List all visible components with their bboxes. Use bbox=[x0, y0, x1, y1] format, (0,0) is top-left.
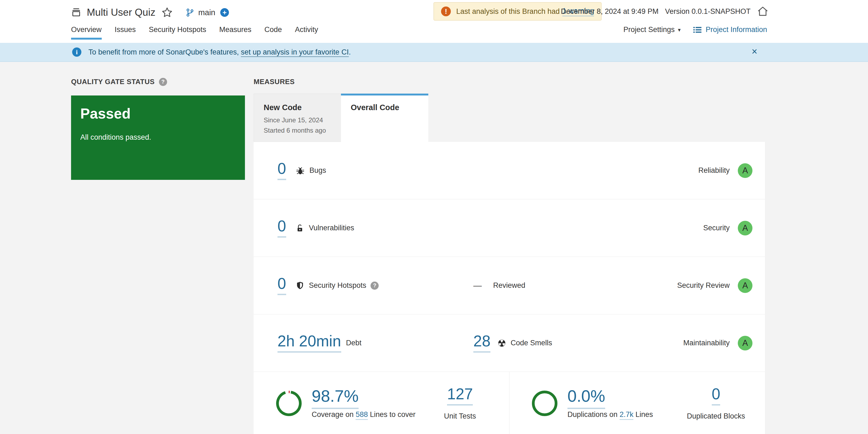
security-label: Security bbox=[703, 224, 730, 232]
tab-issues[interactable]: Issues bbox=[115, 26, 136, 38]
hotspots-count-link[interactable]: 0 bbox=[278, 276, 286, 295]
branch-icon bbox=[185, 8, 194, 17]
maintainability-group: Maintainability A bbox=[683, 336, 752, 350]
coverage-section: 98.7% Coverage on 588 Lines to cover 127… bbox=[254, 372, 509, 434]
security-review-rating-badge: A bbox=[738, 278, 752, 293]
tab-overall-code[interactable]: Overall Code bbox=[341, 94, 428, 142]
code-smells-count-link[interactable]: 28 bbox=[473, 333, 490, 352]
coverage-caption-before: Coverage on bbox=[312, 410, 354, 418]
reviewed-group: — Reviewed bbox=[473, 281, 525, 290]
unit-tests-count-link[interactable]: 127 bbox=[447, 386, 473, 405]
duplications-metric: 0.0% Duplications on 2.7k Lines bbox=[567, 388, 653, 419]
coverage-duplications-row: 98.7% Coverage on 588 Lines to cover 127… bbox=[254, 372, 765, 434]
reliability-label: Reliability bbox=[698, 166, 730, 175]
tab-code[interactable]: Code bbox=[265, 26, 282, 38]
duplicated-blocks-count-link[interactable]: 0 bbox=[712, 386, 720, 405]
duplications-percent-link[interactable]: 0.0% bbox=[567, 387, 605, 409]
unit-tests-metric: 127 Unit Tests bbox=[444, 386, 476, 421]
close-icon[interactable]: × bbox=[752, 46, 757, 56]
nav-right-actions: Project Settings ▾ Project Information bbox=[623, 26, 767, 34]
ci-setup-link[interactable]: set up analysis in your favorite CI bbox=[241, 48, 349, 57]
quality-gate-status: Passed bbox=[80, 105, 236, 122]
tab-activity[interactable]: Activity bbox=[295, 26, 318, 38]
duplications-caption-after: Lines bbox=[636, 410, 653, 418]
security-group: Security A bbox=[703, 221, 752, 236]
measures-panel: 0 Bugs Reliability A 0 bbox=[254, 142, 765, 434]
coverage-ring-icon bbox=[275, 389, 303, 417]
reliability-group: Reliability A bbox=[698, 163, 752, 178]
project-settings-dropdown[interactable]: Project Settings ▾ bbox=[623, 26, 681, 34]
bugs-label: Bugs bbox=[310, 166, 326, 175]
tab-new-code-label: New Code bbox=[264, 103, 341, 112]
security-hotspots-row: 0 Security Hotspots ? — Reviewed Securit… bbox=[254, 257, 765, 314]
duplicated-blocks-label: Duplicated Blocks bbox=[687, 412, 745, 421]
vulnerabilities-row: 0 Vulnerabilities Security A bbox=[254, 199, 765, 257]
coverage-metric: 98.7% Coverage on 588 Lines to cover bbox=[312, 388, 415, 419]
quality-gate-description: All conditions passed. bbox=[80, 133, 236, 142]
branch-selector[interactable]: main + bbox=[185, 8, 229, 17]
new-code-started: Started 6 months ago bbox=[264, 127, 341, 134]
ci-info-banner: i To benefit from more of SonarQube's fe… bbox=[0, 43, 868, 62]
code-smells-group: 28 Code Smells bbox=[473, 333, 552, 352]
project-settings-label: Project Settings bbox=[623, 26, 675, 34]
quality-gate-card: Passed All conditions passed. bbox=[71, 95, 245, 180]
ci-info-suffix: . bbox=[349, 48, 351, 56]
list-icon bbox=[693, 26, 702, 34]
reviewed-value: — bbox=[473, 281, 482, 290]
duplications-ring-icon bbox=[531, 389, 559, 417]
version-label: Version 0.0.1-SNAPSHOT bbox=[665, 7, 750, 16]
debt-link[interactable]: 2h 20min bbox=[278, 333, 341, 352]
duplicated-blocks-metric: 0 Duplicated Blocks bbox=[687, 386, 745, 421]
security-review-group: Security Review A bbox=[677, 278, 752, 293]
project-title-row: Multi User Quiz main + bbox=[71, 4, 229, 21]
measures-heading: MEASURES bbox=[254, 78, 294, 86]
project-icon bbox=[71, 7, 82, 18]
coverage-caption-after: Lines to cover bbox=[370, 410, 415, 418]
coverage-percent-link[interactable]: 98.7% bbox=[312, 387, 359, 409]
add-branch-button[interactable]: + bbox=[220, 8, 229, 17]
help-icon[interactable]: ? bbox=[159, 78, 167, 86]
lines-to-cover-link[interactable]: 588 bbox=[355, 410, 368, 420]
security-review-label: Security Review bbox=[677, 281, 730, 290]
chevron-down-icon: ▾ bbox=[678, 27, 681, 33]
maintainability-rating-badge: A bbox=[738, 336, 752, 350]
maintainability-row: 2h 20min Debt 28 Code Smells bbox=[254, 314, 765, 372]
tab-measures[interactable]: Measures bbox=[219, 26, 251, 38]
debt-label: Debt bbox=[346, 339, 362, 347]
reliability-rating-badge: A bbox=[738, 163, 752, 178]
branch-name: main bbox=[198, 8, 215, 17]
duplications-section: 0.0% Duplications on 2.7k Lines 0 Duplic… bbox=[509, 372, 765, 434]
duplications-caption-before: Duplications on bbox=[567, 410, 618, 418]
help-icon[interactable]: ? bbox=[371, 282, 379, 290]
lock-open-icon bbox=[296, 224, 304, 232]
overview-content: QUALITY GATE STATUS ? Passed All conditi… bbox=[0, 62, 868, 434]
shield-icon bbox=[296, 281, 304, 290]
project-information-button[interactable]: Project Information bbox=[693, 26, 767, 34]
quality-gate-heading-label: QUALITY GATE STATUS bbox=[71, 78, 155, 86]
bug-icon bbox=[296, 166, 305, 175]
analysis-date: December 8, 2024 at 9:49 PM bbox=[561, 7, 659, 16]
quality-gate-heading: QUALITY GATE STATUS ? bbox=[71, 78, 167, 86]
code-smells-icon bbox=[497, 339, 506, 347]
warning-text: Last analysis of this Branch had bbox=[456, 7, 560, 16]
favorite-star-icon[interactable] bbox=[161, 7, 173, 18]
ci-info-text: To benefit from more of SonarQube's feat… bbox=[88, 48, 351, 56]
analysis-meta: December 8, 2024 at 9:49 PM Version 0.0.… bbox=[561, 0, 769, 23]
project-information-label: Project Information bbox=[706, 26, 767, 34]
page-header: Multi User Quiz main + ! Last analysis o… bbox=[0, 0, 868, 43]
warning-icon: ! bbox=[441, 6, 451, 16]
project-nav: Overview Issues Security Hotspots Measur… bbox=[71, 26, 318, 40]
measures-heading-label: MEASURES bbox=[254, 78, 294, 86]
tab-security-hotspots[interactable]: Security Hotspots bbox=[149, 26, 207, 38]
unit-tests-label: Unit Tests bbox=[444, 412, 476, 421]
vulnerabilities-count-link[interactable]: 0 bbox=[278, 218, 286, 238]
tab-overview[interactable]: Overview bbox=[71, 26, 102, 40]
duplicated-lines-link[interactable]: 2.7k bbox=[620, 410, 633, 420]
tab-overall-code-label: Overall Code bbox=[351, 103, 428, 112]
bugs-row: 0 Bugs Reliability A bbox=[254, 142, 765, 199]
tab-new-code[interactable]: New Code Since June 15, 2024 Started 6 m… bbox=[254, 94, 341, 142]
home-icon[interactable] bbox=[756, 5, 769, 18]
vulnerabilities-label: Vulnerabilities bbox=[309, 224, 354, 232]
bugs-count-link[interactable]: 0 bbox=[278, 161, 286, 180]
security-rating-badge: A bbox=[738, 221, 752, 236]
